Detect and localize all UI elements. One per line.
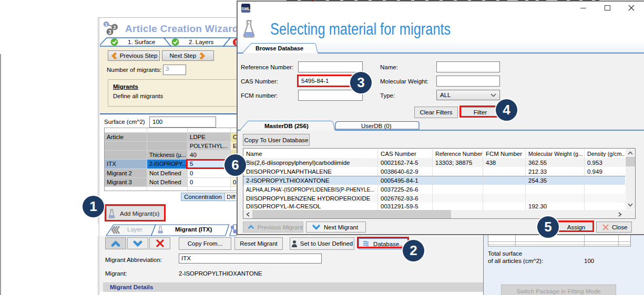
svg-text:1: 1 (105, 22, 107, 27)
svg-text:SML: SML (241, 6, 250, 11)
svg-text:2: 2 (113, 25, 116, 30)
svg-text:3: 3 (108, 29, 111, 35)
